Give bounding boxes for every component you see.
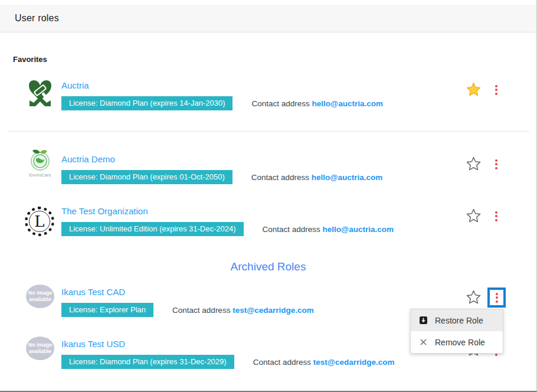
letter-seal-logo: L (25, 207, 54, 236)
role-row-auctria: Auctria License: Diamond Plan (expires 1… (0, 72, 537, 115)
contact-email-link[interactable]: hello@auctria.com (323, 225, 394, 234)
menu-item-label: Restore Role (435, 316, 483, 325)
license-badge: License: Diamond Plan (expires 14-Jan-20… (61, 96, 233, 110)
menu-item-remove-role[interactable]: Remove Role (411, 331, 503, 353)
contact-address: Contact address test@cedarridge.com (253, 358, 395, 367)
org-link-auctria[interactable]: Auctria (61, 80, 89, 90)
license-badge: License: Diamond Plan (expires 31-Dec-20… (61, 355, 234, 369)
contact-address: Contact address hello@auctria.com (251, 173, 383, 182)
contact-address: Contact address hello@auctria.com (263, 225, 394, 234)
placeholder-line2: available (29, 296, 51, 303)
user-roles-page: User roles Favorites Auctria License: Di… (0, 0, 537, 392)
contact-label: Contact address (172, 306, 230, 315)
contact-address: Contact address test@cedarridge.com (172, 306, 314, 315)
envirocare-logo-text: EnviroCare (29, 173, 51, 177)
placeholder-line1: No image (28, 342, 53, 348)
role-row-test-organization: L The Test Organization License: Unlimit… (0, 198, 537, 240)
favorite-star-filled[interactable] (466, 81, 482, 97)
org-link-auctria-demo[interactable]: Auctria Demo (61, 154, 115, 164)
favorite-star-outline[interactable] (466, 156, 482, 172)
menu-item-label: Remove Role (435, 338, 485, 347)
role-row-auctria-demo: EnviroCare Auctria Demo License: Diamond… (0, 146, 537, 188)
no-image-placeholder: No image available (26, 337, 54, 360)
license-badge: License: Unlimited Edition (expires 31-D… (61, 222, 244, 236)
contact-email-link[interactable]: test@cedarridge.com (233, 306, 314, 315)
close-icon (418, 338, 428, 346)
org-link-test-organization[interactable]: The Test Organization (61, 206, 148, 216)
page-header: User roles (0, 5, 536, 32)
org-link-ikarus-cad[interactable]: Ikarus Test CAD (61, 287, 125, 297)
envirocare-logo: EnviroCare (26, 147, 54, 179)
contact-email-link[interactable]: hello@auctria.com (312, 173, 382, 182)
license-badge: License: Explorer Plan (61, 303, 153, 317)
placeholder-line1: No image (28, 290, 53, 296)
favorite-star-outline[interactable] (466, 289, 482, 305)
page-title: User roles (15, 13, 59, 24)
org-link-ikarus-usd[interactable]: Ikarus Test USD (61, 339, 125, 349)
row-context-menu: Restore Role Remove Role (410, 309, 503, 354)
placeholder-line2: available (29, 348, 51, 355)
row-divider (7, 131, 529, 132)
contact-email-link[interactable]: hello@auctria.com (312, 99, 383, 108)
contact-label: Contact address (253, 358, 311, 367)
archived-roles-heading: Archived Roles (0, 260, 536, 273)
contact-address: Contact address hello@auctria.com (251, 99, 383, 108)
contact-label: Contact address (251, 173, 309, 182)
auctria-ribbon-logo (25, 74, 55, 112)
menu-item-restore-role[interactable]: Restore Role (411, 309, 503, 331)
favorite-star-outline[interactable] (466, 208, 482, 224)
row-menu-kebab[interactable] (492, 83, 500, 97)
contact-label: Contact address (263, 225, 320, 234)
contact-label: Contact address (251, 99, 309, 108)
row-menu-kebab[interactable] (492, 209, 500, 223)
favorites-section-label: Favorites (13, 55, 47, 64)
no-image-placeholder: No image available (26, 285, 54, 308)
row-menu-kebab-focused[interactable] (487, 288, 506, 308)
unarchive-icon (418, 316, 428, 325)
row-menu-kebab[interactable] (492, 157, 500, 171)
seal-letter: L (29, 211, 50, 232)
contact-email-link[interactable]: test@cedarridge.com (313, 358, 395, 367)
license-badge: License: Diamond Plan (expires 01-Oct-20… (61, 170, 233, 184)
